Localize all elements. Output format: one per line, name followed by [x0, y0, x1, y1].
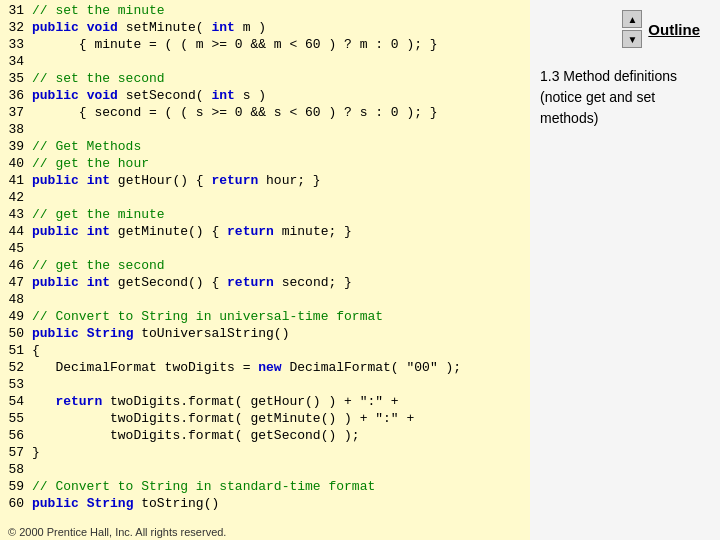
- code-line: 35// set the second: [0, 70, 530, 87]
- line-number: 44: [0, 223, 32, 240]
- code-line: 37 { second = ( ( s >= 0 && s < 60 ) ? s…: [0, 104, 530, 121]
- line-number: 35: [0, 70, 32, 87]
- line-code: public int getMinute() { return minute; …: [32, 223, 352, 240]
- code-line: 48: [0, 291, 530, 308]
- code-line: 49// Convert to String in universal-time…: [0, 308, 530, 325]
- line-code: { minute = ( ( m >= 0 && m < 60 ) ? m : …: [32, 36, 438, 53]
- line-code: // Get Methods: [32, 138, 141, 155]
- line-number: 60: [0, 495, 32, 512]
- line-code: public String toString(): [32, 495, 219, 512]
- line-code: public String toUniversalString(): [32, 325, 289, 342]
- outline-down-button[interactable]: ▼: [622, 30, 642, 48]
- code-line: 45: [0, 240, 530, 257]
- line-code: // get the second: [32, 257, 165, 274]
- code-line: 56 twoDigits.format( getSecond() );: [0, 427, 530, 444]
- line-number: 50: [0, 325, 32, 342]
- line-code: public void setSecond( int s ): [32, 87, 266, 104]
- line-number: 33: [0, 36, 32, 53]
- code-line: 55 twoDigits.format( getMinute() ) + ":"…: [0, 410, 530, 427]
- line-number: 52: [0, 359, 32, 376]
- line-number: 56: [0, 427, 32, 444]
- line-number: 36: [0, 87, 32, 104]
- up-arrow-icon: ▲: [627, 14, 637, 25]
- code-line: 34: [0, 53, 530, 70]
- outline-area: ▲ ▼ Outline: [540, 10, 710, 48]
- line-number: 54: [0, 393, 32, 410]
- line-number: 32: [0, 19, 32, 36]
- code-line: 59// Convert to String in standard-time …: [0, 478, 530, 495]
- line-number: 34: [0, 53, 32, 70]
- code-line: 50public String toUniversalString(): [0, 325, 530, 342]
- outline-up-button[interactable]: ▲: [622, 10, 642, 28]
- line-code: twoDigits.format( getMinute() ) + ":" +: [32, 410, 414, 427]
- outline-label: Outline: [648, 21, 700, 38]
- line-code: // get the minute: [32, 206, 165, 223]
- code-line: 39// Get Methods: [0, 138, 530, 155]
- code-line: 31// set the minute: [0, 2, 530, 19]
- line-code: public void setMinute( int m ): [32, 19, 266, 36]
- down-arrow-icon: ▼: [627, 34, 637, 45]
- code-line: 58: [0, 461, 530, 478]
- line-code: // Convert to String in standard-time fo…: [32, 478, 375, 495]
- line-code: {: [32, 342, 40, 359]
- line-number: 40: [0, 155, 32, 172]
- code-line: 46// get the second: [0, 257, 530, 274]
- line-code: return twoDigits.format( getHour() ) + "…: [32, 393, 399, 410]
- line-number: 55: [0, 410, 32, 427]
- line-number: 49: [0, 308, 32, 325]
- code-line: 38: [0, 121, 530, 138]
- code-line: 43// get the minute: [0, 206, 530, 223]
- code-line: 54 return twoDigits.format( getHour() ) …: [0, 393, 530, 410]
- line-code: // get the hour: [32, 155, 149, 172]
- code-line: 57}: [0, 444, 530, 461]
- line-code: twoDigits.format( getSecond() );: [32, 427, 360, 444]
- code-line: 60public String toString(): [0, 495, 530, 512]
- line-number: 45: [0, 240, 32, 257]
- line-number: 47: [0, 274, 32, 291]
- line-number: 57: [0, 444, 32, 461]
- line-number: 42: [0, 189, 32, 206]
- line-number: 53: [0, 376, 32, 393]
- line-code: public int getHour() { return hour; }: [32, 172, 321, 189]
- outline-arrows: ▲ ▼: [622, 10, 642, 48]
- line-number: 48: [0, 291, 32, 308]
- right-panel: ▲ ▼ Outline 1.3 Method definitions (noti…: [530, 0, 720, 540]
- line-code: // set the minute: [32, 2, 165, 19]
- line-code: // set the second: [32, 70, 165, 87]
- line-number: 51: [0, 342, 32, 359]
- line-number: 37: [0, 104, 32, 121]
- line-number: 46: [0, 257, 32, 274]
- code-line: 36public void setSecond( int s ): [0, 87, 530, 104]
- line-number: 59: [0, 478, 32, 495]
- line-number: 39: [0, 138, 32, 155]
- code-line: 44public int getMinute() { return minute…: [0, 223, 530, 240]
- footer: © 2000 Prentice Hall, Inc. All rights re…: [0, 524, 530, 530]
- code-line: 51{: [0, 342, 530, 359]
- line-code: DecimalFormat twoDigits = new DecimalFor…: [32, 359, 461, 376]
- line-number: 58: [0, 461, 32, 478]
- line-code: { second = ( ( s >= 0 && s < 60 ) ? s : …: [32, 104, 438, 121]
- code-line: 47public int getSecond() { return second…: [0, 274, 530, 291]
- line-number: 31: [0, 2, 32, 19]
- code-line: 52 DecimalFormat twoDigits = new Decimal…: [0, 359, 530, 376]
- code-line: 40// get the hour: [0, 155, 530, 172]
- code-line: 32public void setMinute( int m ): [0, 19, 530, 36]
- code-panel: 31// set the minute32public void setMinu…: [0, 0, 530, 530]
- line-number: 41: [0, 172, 32, 189]
- line-code: // Convert to String in universal-time f…: [32, 308, 383, 325]
- description-text: 1.3 Method definitions (notice get and s…: [540, 66, 710, 129]
- code-line: 42: [0, 189, 530, 206]
- line-number: 43: [0, 206, 32, 223]
- footer-text: © 2000 Prentice Hall, Inc. All rights re…: [8, 526, 226, 530]
- code-line: 33 { minute = ( ( m >= 0 && m < 60 ) ? m…: [0, 36, 530, 53]
- line-number: 38: [0, 121, 32, 138]
- code-line: 41public int getHour() { return hour; }: [0, 172, 530, 189]
- code-line: 53: [0, 376, 530, 393]
- line-code: }: [32, 444, 40, 461]
- line-code: public int getSecond() { return second; …: [32, 274, 352, 291]
